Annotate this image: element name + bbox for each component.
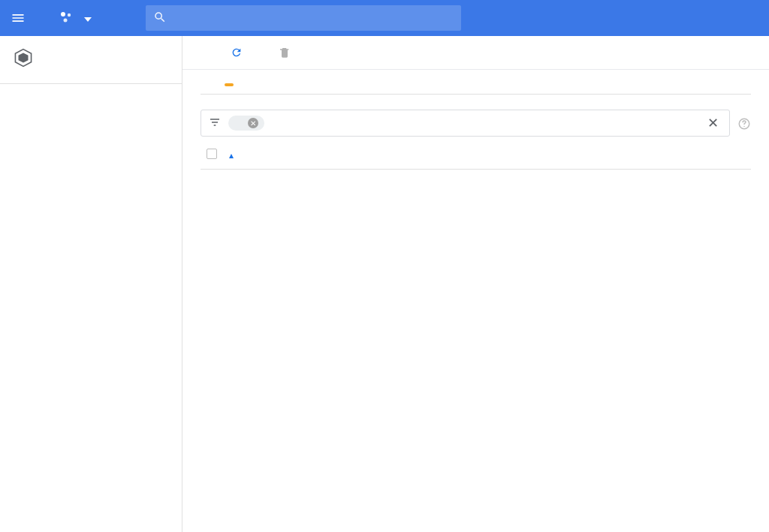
col-namespace[interactable] [608, 141, 679, 170]
delete-button [279, 47, 297, 59]
col-status[interactable] [321, 141, 393, 170]
filter-input[interactable] [272, 118, 697, 129]
dropdown-icon [84, 12, 92, 24]
svg-point-1 [68, 13, 71, 16]
project-selector[interactable] [60, 11, 92, 26]
select-all-checkbox[interactable] [207, 149, 217, 159]
col-pods[interactable] [536, 141, 608, 170]
search-bar[interactable] [146, 5, 461, 31]
svg-point-2 [64, 18, 68, 22]
filter-chip[interactable]: ✕ [228, 116, 264, 131]
search-input[interactable] [174, 12, 454, 24]
app-header [0, 0, 769, 36]
filter-icon [209, 116, 221, 131]
sidebar [0, 36, 182, 532]
chip-remove-icon[interactable]: ✕ [248, 118, 258, 128]
help-icon[interactable] [737, 117, 751, 134]
tabs [201, 83, 751, 95]
kubernetes-icon [14, 48, 33, 71]
svg-point-6 [743, 126, 745, 128]
filter-bar[interactable]: ✕ ✕ [201, 110, 730, 137]
services-table: ▴ [201, 141, 751, 170]
col-endpoints[interactable] [465, 141, 536, 170]
tab-brokered-services[interactable] [219, 83, 234, 94]
sort-asc-icon: ▴ [229, 150, 234, 161]
svg-marker-4 [19, 53, 29, 63]
beta-badge [225, 83, 234, 86]
search-icon [153, 11, 167, 26]
col-type[interactable] [393, 141, 464, 170]
menu-icon[interactable] [9, 9, 27, 27]
project-icon [60, 11, 72, 26]
product-header[interactable] [0, 36, 182, 84]
refresh-button[interactable] [231, 47, 249, 59]
svg-point-0 [61, 12, 65, 17]
col-cluster[interactable] [680, 141, 751, 170]
clear-filter-icon[interactable]: ✕ [704, 115, 722, 131]
col-name[interactable]: ▴ [223, 141, 321, 170]
main-panel: ✕ ✕ ▴ [182, 36, 769, 532]
toolbar [182, 36, 769, 70]
